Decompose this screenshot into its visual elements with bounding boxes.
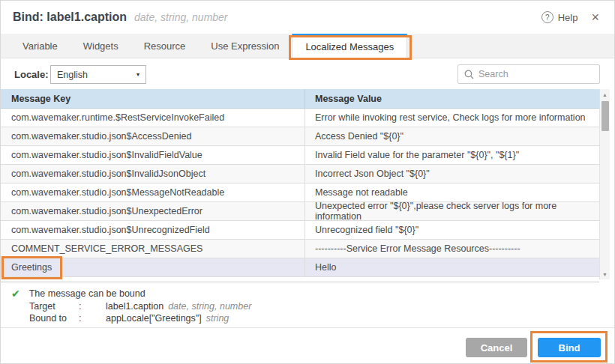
tab-label: Resource <box>144 40 186 52</box>
message-key-cell: com.wavemaker.studio.json$UnrecognizedFi… <box>1 221 304 239</box>
tab-bar: Variable Widgets Resource Use Expression… <box>1 34 614 58</box>
search-box <box>458 64 600 84</box>
caret-down-icon: ▾ <box>136 71 140 78</box>
message-value-text: Unexpected error "${0}",please check ser… <box>315 201 590 222</box>
message-value-text: Unrecognized field "${0}" <box>315 225 418 235</box>
table-body: com.wavemaker.runtime.$RestServiceInvoke… <box>1 109 599 277</box>
check-icon: ✔ <box>11 288 20 300</box>
message-key-text: com.wavemaker.studio.json$UnrecognizedFi… <box>11 225 210 235</box>
message-key-cell: com.wavemaker.studio.json$InvalidFieldVa… <box>1 146 304 164</box>
cancel-button[interactable]: Cancel <box>466 338 527 357</box>
bind-button[interactable]: Bind <box>538 338 601 357</box>
tab-resource[interactable]: Resource <box>131 34 199 58</box>
tab-label: Variable <box>22 40 58 52</box>
message-value-text: Invalid Field value for the parameter "$… <box>315 150 519 160</box>
message-value-text: Access Denied "${0}" <box>315 131 404 142</box>
message-key-cell: COMMENT_SERVICE_ERROR_MESSAGES <box>1 240 304 258</box>
message-key-text: com.wavemaker.studio.json$InvalidJsonObj… <box>11 169 206 179</box>
table-row[interactable]: com.wavemaker.studio.json$UnrecognizedFi… <box>1 221 599 240</box>
message-value-cell: ----------Service Error Message Resource… <box>304 240 599 258</box>
message-key-text: com.wavemaker.studio.json$AccessDenied <box>11 131 191 142</box>
help-label: Help <box>558 12 578 23</box>
dialog-title: Bind: label1.caption <box>13 10 127 24</box>
dialog-header: Bind: label1.caption date, string, numbe… <box>1 1 614 34</box>
message-value-text: Message not readable <box>315 187 408 198</box>
status-message: The message can be bound <box>29 288 146 299</box>
scroll-up-icon[interactable]: ▲ <box>602 89 608 100</box>
message-key-text: com.wavemaker.studio.json$InvalidFieldVa… <box>11 150 202 160</box>
message-value-cell: Error while invoking rest service, Check… <box>304 109 599 127</box>
message-value-text: ----------Service Error Message Resource… <box>315 243 520 254</box>
table-row[interactable]: Greetings Hello <box>1 258 599 277</box>
help-icon: ? <box>542 11 554 23</box>
search-icon <box>464 70 474 79</box>
message-value-cell: Message not readable <box>304 183 599 201</box>
locale-select[interactable]: English ▾ <box>50 65 146 84</box>
search-input[interactable] <box>478 69 593 79</box>
bind-dialog: { "dialog": { "title": "Bind: label1.cap… <box>0 0 615 364</box>
column-header-message-value[interactable]: Message Value <box>304 89 599 108</box>
tab-widgets[interactable]: Widgets <box>70 34 131 58</box>
scroll-down-icon[interactable]: ▼ <box>602 269 608 279</box>
tab-label: Widgets <box>83 40 118 52</box>
tab-variable[interactable]: Variable <box>10 34 70 58</box>
message-value-cell: Unrecognized field "${0}" <box>304 221 599 239</box>
message-key-cell: Greetings <box>1 258 304 276</box>
target-separator: : <box>79 301 106 312</box>
message-key-text: com.wavemaker.studio.json$UnexpectedErro… <box>11 206 202 216</box>
column-header-message-key[interactable]: Message Key <box>1 89 304 108</box>
message-value-text: Incorrect Json Object "${0}" <box>315 169 430 179</box>
table-row[interactable]: com.wavemaker.studio.json$InvalidFieldVa… <box>1 146 599 165</box>
table-header: Message Key Message Value <box>1 89 599 109</box>
bound-to-separator: : <box>79 313 106 324</box>
message-key-cell: com.wavemaker.studio.json$InvalidJsonObj… <box>1 165 304 183</box>
target-value: label1.caption <box>106 301 164 312</box>
message-key-cell: com.wavemaker.studio.json$UnexpectedErro… <box>1 202 304 220</box>
tab-use-expression[interactable]: Use Expression <box>198 34 292 58</box>
message-key-cell: com.wavemaker.studio.json$AccessDenied <box>1 127 304 145</box>
table-partial-row <box>1 277 599 282</box>
target-label: Target <box>29 301 79 312</box>
tab-localized-messages[interactable]: Localized Messages <box>292 34 407 58</box>
toolbar-row: Locale: English ▾ <box>1 58 614 89</box>
message-value-cell: Incorrect Json Object "${0}" <box>304 165 599 183</box>
message-value-text: Hello <box>315 262 337 273</box>
message-key-cell: com.wavemaker.runtime.$RestServiceInvoke… <box>1 109 304 127</box>
message-value-cell: Access Denied "${0}" <box>304 127 599 145</box>
message-value-cell: Invalid Field value for the parameter "$… <box>304 146 599 164</box>
message-value-text: Error while invoking rest service, Check… <box>315 112 586 123</box>
table-row[interactable]: com.wavemaker.studio.json$MessageNotRead… <box>1 183 599 202</box>
messages-table: Message Key Message Value com.wavemaker.… <box>1 89 599 282</box>
tab-label: Use Expression <box>211 40 279 52</box>
table-row[interactable]: com.wavemaker.studio.json$UnexpectedErro… <box>1 202 599 221</box>
bound-to-hint: string <box>206 313 230 324</box>
binding-status-area: ✔ The message can be bound Target : labe… <box>1 284 614 328</box>
message-key-text: Greetings <box>11 262 52 273</box>
table-row[interactable]: com.wavemaker.studio.json$AccessDenied A… <box>1 127 599 146</box>
tab-label: Localized Messages <box>305 41 394 52</box>
binding-details: Target : label1.captiondate, string, num… <box>29 300 614 324</box>
header-actions: ? Help × <box>542 9 602 25</box>
bound-to-row: Bound to : appLocale["Greetings"]string <box>29 312 614 324</box>
status-message-line: ✔ The message can be bound <box>11 288 614 300</box>
table-scrollbar[interactable]: ▲ ▼ <box>599 89 610 279</box>
close-icon[interactable]: × <box>588 9 602 25</box>
message-key-text: COMMENT_SERVICE_ERROR_MESSAGES <box>11 243 202 254</box>
locale-label: Locale: <box>14 69 49 80</box>
bound-to-value: appLocale["Greetings"] <box>106 313 202 324</box>
target-hint: date, string, number <box>168 301 251 312</box>
table-row[interactable]: com.wavemaker.runtime.$RestServiceInvoke… <box>1 109 599 127</box>
help-button[interactable]: ? Help <box>542 11 578 23</box>
message-value-cell: Unexpected error "${0}",please check ser… <box>304 202 599 220</box>
dialog-title-hint: date, string, number <box>134 11 228 23</box>
locale-selected-value: English <box>57 70 88 80</box>
scrollbar-thumb[interactable] <box>602 101 609 131</box>
target-row: Target : label1.captiondate, string, num… <box>29 300 614 312</box>
table-row[interactable]: com.wavemaker.studio.json$InvalidJsonObj… <box>1 165 599 183</box>
dialog-footer: Cancel Bind <box>1 328 614 363</box>
message-key-text: com.wavemaker.studio.json$MessageNotRead… <box>11 187 224 198</box>
message-key-cell: com.wavemaker.studio.json$MessageNotRead… <box>1 183 304 201</box>
message-value-cell: Hello <box>304 258 599 276</box>
message-key-text: com.wavemaker.runtime.$RestServiceInvoke… <box>11 112 224 123</box>
table-row[interactable]: COMMENT_SERVICE_ERROR_MESSAGES ---------… <box>1 240 599 258</box>
